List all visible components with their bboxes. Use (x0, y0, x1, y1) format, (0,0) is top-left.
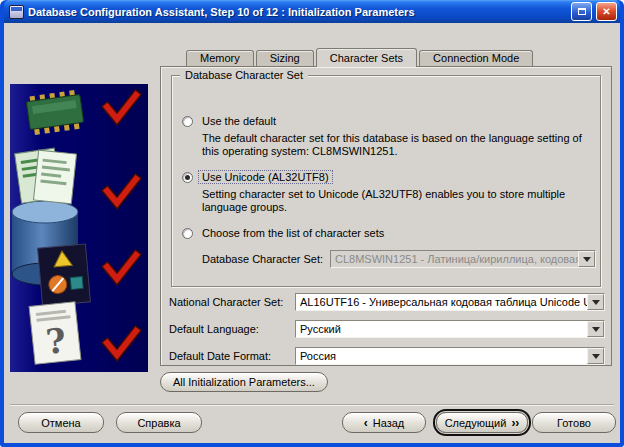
next-button-label: Следующий (445, 417, 507, 429)
radio-icon (182, 172, 193, 183)
next-button[interactable]: Следующий ›› (436, 412, 528, 433)
chevron-down-icon (592, 300, 600, 305)
maximize-button[interactable] (571, 2, 592, 21)
db-charset-row: Database Character Set: CL8MSWIN1251 - Л… (202, 250, 596, 268)
chevron-down-icon (592, 354, 600, 359)
wizard-graphic: ? (10, 84, 148, 372)
dbca-window: Database Configuration Assistant, Step 1… (0, 0, 624, 447)
group-title: Database Character Set (180, 69, 308, 81)
tab-connection-mode[interactable]: Connection Mode (419, 50, 533, 66)
radio-use-default-label: Use the default (199, 115, 279, 127)
svg-text:?: ? (44, 320, 68, 362)
character-sets-panel: Database Character Set Use the default T… (160, 66, 612, 366)
all-initialization-parameters-button[interactable]: All Initialization Parameters... (160, 372, 328, 392)
warning-card-icon (38, 244, 91, 306)
back-button-label: Назад (373, 417, 405, 429)
close-icon: ✕ (602, 6, 610, 17)
default-language-value: Русский (296, 321, 587, 337)
app-icon (9, 5, 24, 19)
separator (10, 404, 614, 406)
finish-button[interactable]: Готово (532, 412, 616, 433)
radio-use-default[interactable]: Use the default (182, 114, 279, 128)
titlebar: Database Configuration Assistant, Step 1… (4, 0, 620, 23)
default-date-format-combo[interactable]: Россия (295, 347, 605, 365)
chevron-down-icon (583, 257, 591, 262)
documents-icon (15, 148, 77, 204)
default-language-row: Default Language: Русский (169, 320, 605, 338)
back-button[interactable]: ‹ Назад (342, 412, 426, 433)
chevron-right-icon: ›› (511, 417, 519, 429)
default-language-label: Default Language: (169, 323, 295, 335)
db-charset-combo: CL8MSWIN1251 - Латиница/кириллица, кодов… (330, 250, 596, 268)
default-date-format-label: Default Date Format: (169, 350, 295, 362)
national-charset-label: National Character Set: (169, 296, 295, 308)
tab-character-sets[interactable]: Character Sets (316, 48, 417, 67)
window-title: Database Configuration Assistant, Step 1… (28, 6, 567, 18)
maximize-icon (578, 8, 586, 15)
use-unicode-description: Setting character set to Unicode (AL32UT… (202, 188, 600, 214)
tab-memory[interactable]: Memory (186, 50, 254, 66)
chevron-down-icon (592, 327, 600, 332)
radio-choose-from-list-label: Choose from the list of character sets (199, 227, 387, 239)
default-language-combo[interactable]: Русский (295, 320, 605, 338)
dropdown-button[interactable] (587, 348, 604, 364)
national-charset-value: AL16UTF16 - Универсальная кодовая таблиц… (296, 294, 587, 310)
dropdown-button[interactable] (587, 294, 604, 310)
cancel-button[interactable]: Отмена (18, 412, 104, 433)
radio-use-unicode-label: Use Unicode (AL32UTF8) (199, 171, 332, 183)
db-charset-label: Database Character Set: (202, 253, 330, 265)
chevron-left-icon: ‹ (364, 417, 368, 429)
db-charset-value: CL8MSWIN1251 - Латиница/кириллица, кодов… (331, 251, 578, 267)
radio-choose-from-list[interactable]: Choose from the list of character sets (182, 226, 387, 240)
help-button[interactable]: Справка (116, 412, 202, 433)
use-default-description: The default character set for this datab… (202, 132, 600, 158)
default-date-format-value: Россия (296, 348, 587, 364)
question-page-icon: ? (29, 302, 81, 364)
dropdown-button (578, 251, 595, 267)
database-character-set-group: Database Character Set Use the default T… (171, 75, 601, 287)
close-button[interactable]: ✕ (596, 2, 617, 21)
national-charset-row: National Character Set: AL16UTF16 - Унив… (169, 293, 605, 311)
radio-icon (182, 228, 193, 239)
default-date-format-row: Default Date Format: Россия (169, 347, 605, 365)
radio-icon (182, 116, 193, 127)
dialog-body: ? Memory Sizing Character Sets Connectio… (4, 23, 620, 443)
tab-sizing[interactable]: Sizing (256, 50, 314, 66)
radio-use-unicode[interactable]: Use Unicode (AL32UTF8) (182, 170, 332, 184)
national-charset-combo[interactable]: AL16UTF16 - Универсальная кодовая таблиц… (295, 293, 605, 311)
dropdown-button[interactable] (587, 321, 604, 337)
tab-bar: Memory Sizing Character Sets Connection … (186, 49, 533, 67)
